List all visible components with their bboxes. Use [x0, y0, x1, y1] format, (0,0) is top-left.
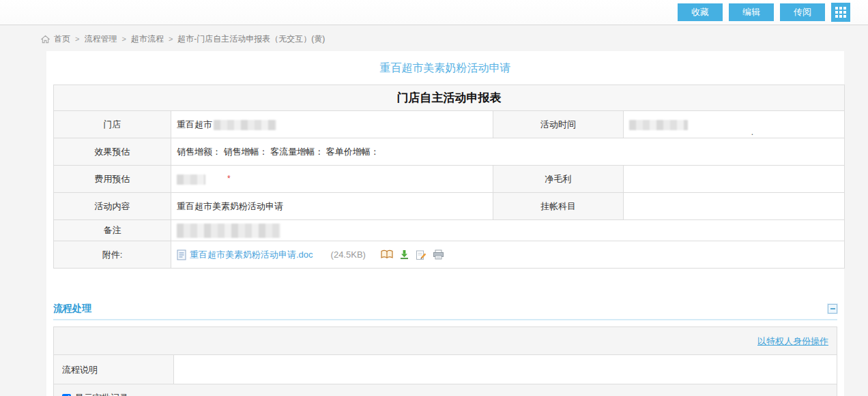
edit-file-icon[interactable]	[416, 249, 426, 260]
table-row: 附件: 重百超市美素奶粉活动申请.doc (24.5KB)	[54, 241, 845, 269]
breadcrumb-separator: >	[169, 35, 173, 43]
top-toolbar: 收藏 编辑 传阅	[0, 0, 868, 25]
table-row: 备注	[54, 220, 845, 241]
download-icon[interactable]	[399, 249, 409, 260]
activity-content-label: 活动内容	[54, 193, 171, 220]
account-subject-value-cell	[624, 193, 845, 220]
store-label: 门店	[54, 111, 171, 138]
show-approval-label: 显示审批记录	[75, 392, 128, 396]
breadcrumb-separator: >	[121, 35, 126, 43]
redacted-remark-value	[177, 224, 280, 238]
effect-estimate-label: 效果预估	[54, 138, 171, 166]
doc-file-icon	[177, 249, 186, 260]
view-book-icon[interactable]	[381, 249, 393, 260]
remark-value-cell	[171, 220, 845, 241]
breadcrumb: 首页 > 流程管理 > 超市流程 > 超市-门店自主活动申报表（无交互）(黄)	[41, 33, 868, 45]
net-profit-value-cell	[624, 166, 845, 193]
redacted-cost-value	[177, 174, 205, 185]
circulate-button[interactable]: 传阅	[780, 3, 825, 21]
show-approval-checkbox[interactable]	[62, 394, 71, 396]
grid-icon	[835, 7, 846, 18]
attachment-cell: 重百超市美素奶粉活动申请.doc (24.5KB)	[171, 241, 845, 269]
print-icon[interactable]	[433, 249, 444, 260]
apps-grid-button[interactable]	[831, 3, 850, 22]
privileged-bar: 以特权人身份操作	[54, 327, 837, 355]
process-box: 以特权人身份操作 流程说明 显示审批记录	[53, 326, 837, 396]
process-description-label: 流程说明	[54, 355, 174, 384]
table-row: 活动内容 重百超市美素奶粉活动申请 挂帐科目	[54, 193, 845, 220]
remark-label: 备注	[54, 220, 171, 241]
document-title: 重百超市美素奶粉活动申请	[46, 51, 844, 85]
store-value: 重百超市	[177, 119, 212, 130]
home-icon	[41, 35, 50, 44]
activity-time-label: 活动时间	[493, 111, 624, 138]
stray-dot: .	[751, 127, 753, 137]
attachment-file-link[interactable]: 重百超市美素奶粉活动申请.doc	[190, 249, 313, 261]
breadcrumb-home[interactable]: 首页	[54, 33, 70, 45]
table-row: 效果预估 销售增额： 销售增幅： 客流量增幅： 客单价增幅：	[54, 138, 845, 166]
process-section-header: 流程处理	[53, 303, 837, 320]
form-title: 门店自主活动申报表	[54, 85, 845, 111]
table-row: 费用预估 * 净毛利	[54, 166, 845, 193]
effect-estimate-value: 销售增额： 销售增幅： 客流量增幅： 客单价增幅：	[171, 138, 845, 166]
privileged-operate-link[interactable]: 以特权人身份操作	[757, 336, 828, 346]
breadcrumb-supermarket-flow[interactable]: 超市流程	[131, 33, 164, 45]
process-section-title: 流程处理	[53, 303, 91, 315]
collapse-section-icon[interactable]	[828, 304, 837, 314]
cost-estimate-label: 费用预估	[54, 166, 171, 193]
net-profit-label: 净毛利	[493, 166, 624, 193]
breadcrumb-process-mgmt[interactable]: 流程管理	[84, 33, 117, 45]
table-row: 门店 重百超市 活动时间 .	[54, 111, 845, 138]
breadcrumb-current-page: 超市-门店自主活动申报表（无交互）(黄)	[177, 33, 325, 45]
declaration-form-table: 门店自主活动申报表 门店 重百超市 活动时间 . 效果预估 销售增额： 销售增幅…	[53, 85, 845, 269]
attachment-label: 附件:	[54, 241, 171, 269]
required-asterisk: *	[227, 174, 231, 183]
activity-time-value-cell: .	[624, 111, 845, 138]
store-value-cell: 重百超市	[171, 111, 493, 138]
account-subject-label: 挂帐科目	[493, 193, 624, 220]
favorite-button[interactable]: 收藏	[678, 3, 723, 21]
process-description-row: 流程说明	[54, 355, 837, 384]
redacted-store-value	[214, 120, 276, 130]
form-card: 重百超市美素奶粉活动申请 门店自主活动申报表 门店 重百超市 活动时间 . 效果…	[46, 51, 844, 396]
attachment-file-size: (24.5KB)	[331, 249, 366, 260]
edit-button[interactable]: 编辑	[729, 3, 774, 21]
cost-estimate-value-cell: *	[171, 166, 493, 193]
process-description-value[interactable]	[174, 355, 837, 384]
activity-content-value: 重百超市美素奶粉活动申请	[171, 193, 493, 220]
redacted-activity-time	[629, 120, 688, 130]
show-approval-row: 显示审批记录	[54, 384, 837, 396]
breadcrumb-separator: >	[75, 35, 79, 43]
